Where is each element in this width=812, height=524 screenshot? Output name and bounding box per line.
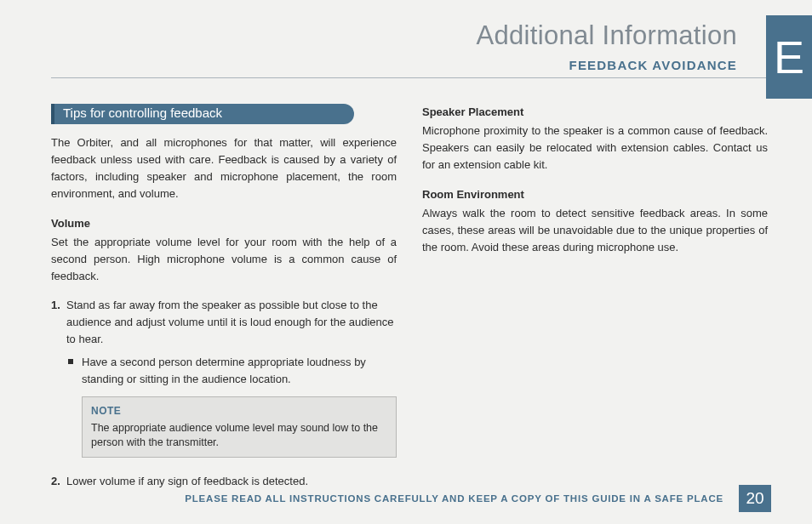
right-column: Speaker Placement Microphone proximity t… (422, 104, 768, 498)
volume-intro: Set the appropriate volume level for you… (51, 234, 397, 285)
section-letter: E (774, 31, 804, 83)
page-number-value: 20 (746, 489, 763, 508)
page-subtitle: FEEDBACK AVOIDANCE (51, 58, 737, 72)
volume-heading: Volume (51, 215, 397, 232)
title-rule (51, 77, 771, 78)
note-box: NOTE The appropriate audience volume lev… (82, 396, 397, 458)
speaker-heading: Speaker Placement (422, 104, 768, 121)
tips-heading-bar: Tips for controlling feedback (51, 104, 397, 124)
bullet-text: Have a second person determine appropria… (82, 354, 397, 388)
page-footer: PLEASE READ ALL INSTRUCTIONS CAREFULLY A… (0, 485, 812, 512)
page-title: Additional Information (51, 20, 737, 51)
section-tab: E (766, 15, 812, 99)
volume-steps: 1. Stand as far away from the speaker as… (51, 297, 397, 490)
left-column: Tips for controlling feedback The Orbite… (51, 104, 397, 498)
step-1-content: Stand as far away from the speaker as po… (66, 297, 397, 466)
step-number-1: 1. (51, 297, 66, 466)
tips-heading-text: Tips for controlling feedback (63, 103, 222, 122)
speaker-body: Microphone proximity to the speaker is a… (422, 122, 768, 174)
room-heading: Room Environment (422, 186, 768, 203)
note-body: The appropriate audience volume level ma… (91, 422, 378, 448)
step-1-text: Stand as far away from the speaker as po… (66, 299, 394, 345)
document-page: E Additional Information FEEDBACK AVOIDA… (0, 0, 812, 524)
intro-paragraph: The Orbiter, and all microphones for tha… (51, 134, 397, 203)
room-body: Always walk the room to detect sensitive… (422, 205, 768, 256)
note-label: NOTE (91, 404, 387, 418)
page-number: 20 (739, 485, 771, 512)
bullet-icon (68, 359, 73, 364)
step-1: 1. Stand as far away from the speaker as… (51, 297, 397, 466)
content-columns: Tips for controlling feedback The Orbite… (51, 104, 768, 498)
step-1-bullets: Have a second person determine appropria… (66, 354, 397, 388)
bullet-item: Have a second person determine appropria… (66, 354, 397, 388)
footer-text: PLEASE READ ALL INSTRUCTIONS CAREFULLY A… (51, 493, 723, 504)
